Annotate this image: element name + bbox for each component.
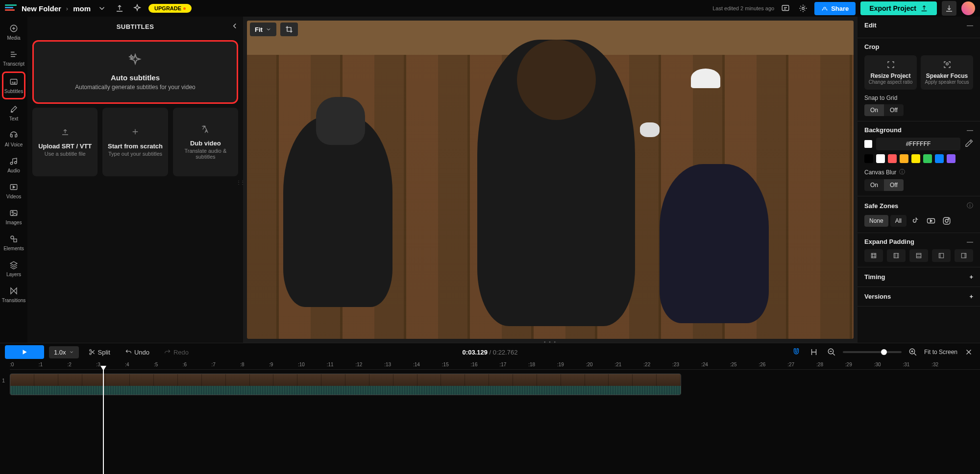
rail-text[interactable]: Text bbox=[2, 100, 25, 125]
collapse-icon[interactable]: — bbox=[967, 22, 973, 29]
padding-all-button[interactable] bbox=[864, 249, 883, 262]
rail-subtitles[interactable]: Subtitles bbox=[2, 71, 25, 99]
snap-grid-toggle[interactable]: On Off bbox=[864, 104, 904, 116]
resize-project-button[interactable]: Resize Project Change aspect ratio bbox=[864, 55, 917, 90]
breadcrumb-folder[interactable]: New Folder bbox=[22, 4, 61, 13]
help-icon[interactable]: ⓘ bbox=[899, 168, 905, 176]
sparkle-icon bbox=[128, 61, 142, 69]
rail-transitions[interactable]: Transitions bbox=[2, 282, 25, 307]
plus-icon bbox=[131, 127, 140, 138]
close-icon[interactable] bbox=[962, 346, 975, 358]
ruler-tick: :32 bbox=[931, 362, 938, 367]
safe-all-button[interactable]: All bbox=[890, 215, 906, 227]
ruler-tick: :11 bbox=[327, 362, 334, 367]
comment-icon[interactable] bbox=[779, 2, 792, 15]
color-swatch[interactable] bbox=[935, 154, 944, 163]
color-swatch[interactable] bbox=[947, 154, 956, 163]
playhead[interactable] bbox=[103, 370, 104, 474]
rail-videos[interactable]: Videos bbox=[2, 178, 25, 203]
safe-none-button[interactable]: None bbox=[864, 215, 888, 227]
color-swatches bbox=[864, 154, 973, 163]
collapse-panel-icon[interactable] bbox=[230, 22, 239, 32]
versions-section[interactable]: Versions+ bbox=[858, 287, 980, 307]
padding-l-button[interactable] bbox=[932, 249, 951, 262]
plus-icon: + bbox=[969, 293, 973, 300]
canvas-blur-toggle[interactable]: On Off bbox=[864, 179, 904, 191]
ruler-tick: :1 bbox=[39, 362, 43, 367]
upload-icon[interactable] bbox=[113, 2, 126, 15]
track-number: 1 bbox=[2, 378, 5, 383]
color-swatch[interactable] bbox=[911, 154, 920, 163]
help-icon[interactable]: ⓘ bbox=[967, 201, 973, 210]
crop-section-title: Crop bbox=[864, 43, 879, 50]
rail-layers[interactable]: Layers bbox=[2, 256, 25, 281]
upgrade-button[interactable]: UPGRADE bbox=[148, 4, 192, 13]
ruler-tick: :9 bbox=[269, 362, 273, 367]
padding-r-button[interactable] bbox=[955, 249, 973, 262]
rail-aivoice[interactable]: AI Voice bbox=[2, 126, 25, 151]
zoom-out-icon[interactable] bbox=[825, 346, 838, 358]
start-scratch-card[interactable]: Start from scratch Type out your subtitl… bbox=[102, 108, 168, 176]
timeline-ruler[interactable]: :0:1:2:3:4:5:6:7:8:9:10:11:12:13:14:15:1… bbox=[10, 361, 980, 370]
speaker-focus-button[interactable]: Speaker Focus Apply speaker focus bbox=[921, 55, 973, 90]
collapse-icon[interactable]: — bbox=[967, 238, 973, 245]
playback-speed-button[interactable]: 1.0x bbox=[49, 346, 79, 358]
collapse-icon[interactable]: — bbox=[967, 126, 973, 134]
color-swatch[interactable] bbox=[923, 154, 932, 163]
play-button[interactable] bbox=[5, 345, 44, 359]
eyedropper-icon[interactable] bbox=[964, 139, 973, 149]
gear-icon[interactable] bbox=[797, 2, 809, 15]
auto-subtitles-card[interactable]: Auto subtitles Automatically generate su… bbox=[32, 40, 238, 104]
fit-dropdown[interactable]: Fit bbox=[250, 23, 276, 36]
color-swatch[interactable] bbox=[864, 154, 873, 163]
rail-elements[interactable]: Elements bbox=[2, 230, 25, 255]
download-icon[interactable] bbox=[942, 1, 956, 16]
shapes-icon bbox=[9, 234, 19, 244]
ruler-tick: :20 bbox=[586, 362, 593, 367]
rail-transcript[interactable]: Transcript bbox=[2, 46, 25, 71]
video-canvas[interactable] bbox=[247, 21, 854, 339]
tiktok-icon[interactable] bbox=[908, 214, 922, 228]
instagram-icon[interactable] bbox=[940, 214, 954, 228]
ruler-tick: :24 bbox=[701, 362, 708, 367]
video-clip[interactable] bbox=[10, 374, 681, 395]
zoom-in-icon[interactable] bbox=[906, 346, 919, 358]
avatar[interactable] bbox=[961, 1, 975, 15]
dub-video-card[interactable]: Dub video Translate audio & subtitles bbox=[173, 108, 238, 176]
fit-to-screen-button[interactable]: Fit to Screen bbox=[924, 349, 957, 356]
timeline-tracks[interactable]: 1 bbox=[10, 370, 980, 474]
magnet-icon[interactable] bbox=[790, 346, 803, 358]
timing-section[interactable]: Timing+ bbox=[858, 267, 980, 287]
app-logo[interactable] bbox=[5, 4, 17, 12]
youtube-icon[interactable] bbox=[924, 214, 938, 228]
background-hex-input[interactable] bbox=[876, 138, 960, 150]
color-swatch[interactable] bbox=[888, 154, 897, 163]
transitions-icon bbox=[9, 286, 19, 296]
chevron-down-icon[interactable] bbox=[96, 2, 108, 15]
safe-zones-title: Safe Zones bbox=[864, 202, 898, 210]
voice-icon bbox=[9, 130, 19, 140]
redo-button[interactable]: Redo bbox=[159, 346, 194, 358]
ruler-tick: :8 bbox=[240, 362, 244, 367]
rail-audio[interactable]: Audio bbox=[2, 152, 25, 177]
padding-tb-button[interactable] bbox=[909, 249, 928, 262]
color-swatch[interactable] bbox=[876, 154, 885, 163]
ruler-tick: :6 bbox=[183, 362, 187, 367]
rail-media[interactable]: Media bbox=[2, 20, 25, 45]
color-swatch[interactable] bbox=[900, 154, 908, 163]
split-button[interactable]: Split bbox=[84, 346, 115, 358]
svg-point-12 bbox=[945, 219, 948, 222]
trim-icon[interactable] bbox=[808, 346, 820, 358]
svg-rect-5 bbox=[10, 211, 17, 216]
plus-icon: + bbox=[969, 273, 973, 281]
breadcrumb-project[interactable]: mom bbox=[73, 4, 91, 13]
export-button[interactable]: Export Project bbox=[860, 1, 937, 15]
zoom-slider[interactable] bbox=[843, 351, 902, 353]
crop-tool-button[interactable] bbox=[280, 23, 298, 36]
upload-srt-card[interactable]: Upload SRT / VTT Use a subtitle file bbox=[32, 108, 98, 176]
sparkle-icon[interactable] bbox=[131, 2, 144, 15]
undo-button[interactable]: Undo bbox=[120, 346, 154, 358]
rail-images[interactable]: Images bbox=[2, 204, 25, 229]
padding-lr-button[interactable] bbox=[887, 249, 906, 262]
share-button[interactable]: Share bbox=[814, 2, 856, 15]
